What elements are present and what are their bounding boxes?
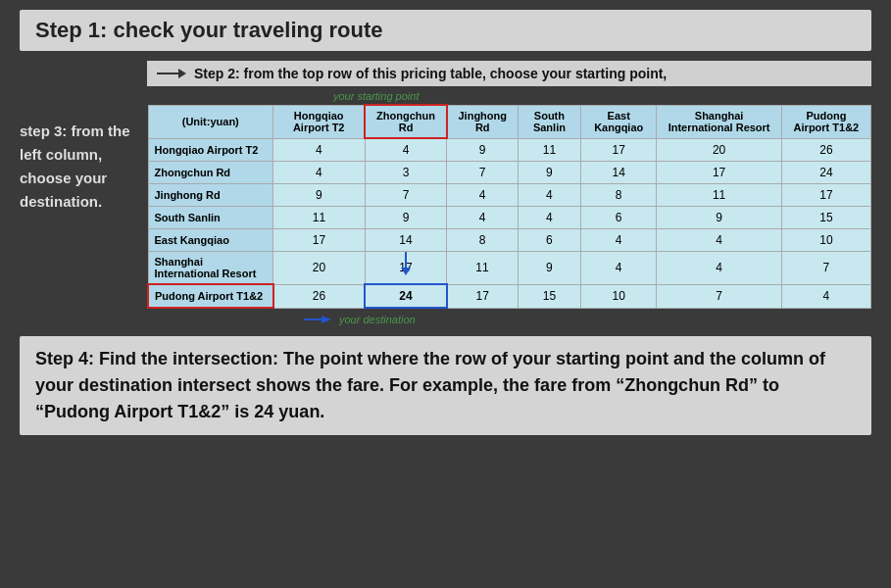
cell-1-0: 4 <box>273 162 366 184</box>
cell-5-2: 11 <box>447 252 519 285</box>
col-header-6: Pudong Airport T1&2 <box>781 105 870 138</box>
step2-text: Step 2: from the top row of this pricing… <box>194 66 667 81</box>
left-panel: step 3: from the left column, choose you… <box>20 61 147 326</box>
cell-1-6: 24 <box>781 162 870 184</box>
cell-3-2: 4 <box>447 207 519 229</box>
step2-label: Step 2: from the top row of this pricing… <box>147 61 871 86</box>
cell-0-5: 20 <box>657 138 782 162</box>
cell-3-1: 9 <box>365 207 446 229</box>
row-header-3: South Sanlin <box>148 207 273 229</box>
cell-3-4: 6 <box>581 207 657 229</box>
cell-5-4: 4 <box>581 252 657 285</box>
pricing-table: (Unit:yuan) Hongqiao Airport T2 Zhongchu… <box>147 104 871 309</box>
cell-0-2: 9 <box>447 138 519 162</box>
cell-6-3: 15 <box>518 284 580 308</box>
destination-text: your destination <box>339 314 416 325</box>
cell-2-0: 9 <box>273 184 366 207</box>
cell-5-6: 7 <box>781 252 870 285</box>
cell-3-0: 11 <box>273 207 366 229</box>
cell-4-2: 8 <box>447 229 519 252</box>
cell-4-4: 4 <box>581 229 657 252</box>
cell-5-0: 20 <box>273 252 366 285</box>
cell-2-5: 11 <box>657 184 782 207</box>
cell-5-5: 4 <box>657 252 782 285</box>
cell-1-2: 7 <box>447 162 519 184</box>
col-header-3: South Sanlin <box>518 105 580 138</box>
table-row: South Sanlin 11 9 4 4 6 9 15 <box>148 207 871 229</box>
cell-1-3: 9 <box>518 162 580 184</box>
unit-cell: (Unit:yuan) <box>148 105 273 138</box>
table-row: Shanghai International Resort 20 17 11 9 <box>148 252 871 285</box>
cell-4-6: 10 <box>781 229 870 252</box>
cell-6-5: 7 <box>657 284 782 308</box>
cell-5-3: 9 <box>518 252 580 285</box>
cell-1-4: 14 <box>581 162 657 184</box>
cell-0-3: 11 <box>518 138 580 162</box>
row-header-1: Zhongchun Rd <box>148 162 273 184</box>
cell-6-4: 10 <box>581 284 657 308</box>
cell-3-3: 4 <box>518 207 580 229</box>
step4-text: Step 4: Find the intersection: The point… <box>35 346 856 425</box>
table-row: Pudong Airport T1&2 26 24 17 15 10 7 4 <box>148 284 871 308</box>
cell-2-1: 7 <box>365 184 446 207</box>
step3-line4: destination. <box>20 190 147 214</box>
row-header-5: Shanghai International Resort <box>148 252 273 285</box>
cell-3-5: 9 <box>657 207 782 229</box>
cell-6-2: 17 <box>447 284 519 308</box>
cell-1-1: 3 <box>365 162 446 184</box>
cell-4-1: 14 <box>365 229 446 252</box>
cell-4-5: 4 <box>657 229 782 252</box>
cell-5-1-arrow: 17 <box>365 252 446 285</box>
cell-0-0: 4 <box>273 138 366 162</box>
right-panel: Step 2: from the top row of this pricing… <box>147 61 871 326</box>
cell-6-1-intersect: 24 <box>365 284 446 308</box>
cell-0-6: 26 <box>781 138 870 162</box>
middle-section: step 3: from the left column, choose you… <box>20 61 871 326</box>
starting-point-annotation: your starting point <box>333 90 871 102</box>
cell-4-0: 17 <box>273 229 366 252</box>
svg-marker-3 <box>322 316 331 323</box>
svg-marker-1 <box>401 268 411 275</box>
cell-6-0: 26 <box>273 284 366 308</box>
cell-0-1: 4 <box>365 138 446 162</box>
cell-6-6: 4 <box>781 284 870 308</box>
col-header-5: Shanghai International Resort <box>657 105 782 138</box>
cell-2-2: 4 <box>447 184 519 207</box>
right-arrow-icon <box>304 313 333 326</box>
table-row: East Kangqiao 17 14 8 6 4 4 10 <box>148 229 871 252</box>
step4-section: Step 4: Find the intersection: The point… <box>20 336 871 435</box>
col-header-1-highlight: Zhongchun Rd <box>365 105 446 138</box>
destination-annotation-row: your destination <box>304 313 871 326</box>
table-row: Zhongchun Rd 4 3 7 9 14 17 24 <box>148 162 871 184</box>
main-container: Step 1: check your traveling route step … <box>0 0 891 588</box>
down-arrow-icon <box>399 252 413 275</box>
step1-title: Step 1: check your traveling route <box>20 10 871 51</box>
row-header-4: East Kangqiao <box>148 229 273 252</box>
step3-line2: left column, <box>20 143 147 167</box>
cell-1-5: 17 <box>657 162 782 184</box>
row-header-6-highlight: Pudong Airport T1&2 <box>148 284 273 308</box>
table-row: Jinghong Rd 9 7 4 4 8 11 17 <box>148 184 871 207</box>
step3-line1: step 3: from the <box>20 120 147 143</box>
row-header-2: Jinghong Rd <box>148 184 273 207</box>
cell-2-3: 4 <box>518 184 580 207</box>
cell-2-4: 8 <box>581 184 657 207</box>
col-header-4: East Kangqiao <box>581 105 657 138</box>
cell-2-6: 17 <box>781 184 870 207</box>
cell-3-6: 15 <box>781 207 870 229</box>
col-header-0: Hongqiao Airport T2 <box>273 105 366 138</box>
step3-line3: choose your <box>20 167 147 190</box>
cell-4-3: 6 <box>518 229 580 252</box>
arrow-right-icon <box>157 68 186 79</box>
table-row: Hongqiao Airport T2 4 4 9 11 17 20 26 <box>148 138 871 162</box>
col-header-2: Jinghong Rd <box>447 105 519 138</box>
row-header-0: Hongqiao Airport T2 <box>148 138 273 162</box>
cell-0-4: 17 <box>581 138 657 162</box>
